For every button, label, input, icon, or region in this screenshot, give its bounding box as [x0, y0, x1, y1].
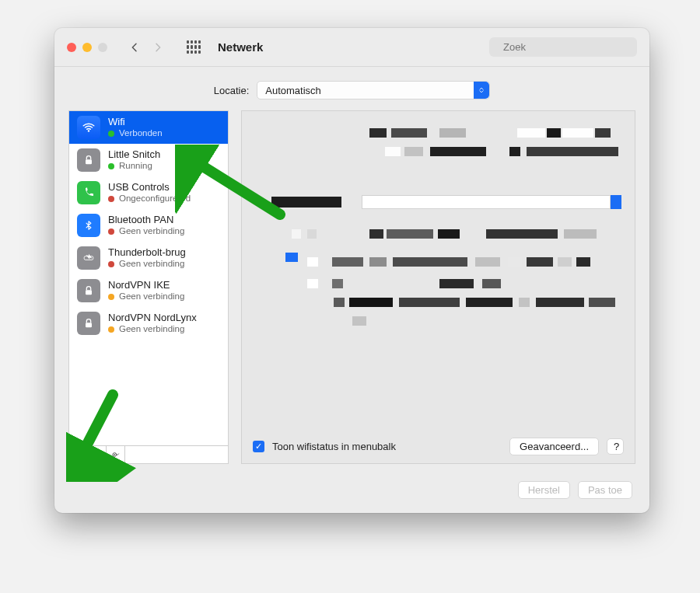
status-dot-icon: [108, 131, 114, 137]
svg-point-7: [114, 454, 115, 455]
service-item[interactable]: Thunderbolt-brugGeen verbinding: [69, 242, 228, 274]
status-dot-icon: [108, 228, 114, 235]
show-all-button[interactable]: [182, 36, 205, 59]
location-row: Locatie: Automatisch: [54, 67, 649, 110]
chevron-right-icon: [152, 41, 164, 54]
service-status: Geen verbinding: [108, 259, 186, 270]
service-name: NordVPN NordLynx: [108, 312, 197, 324]
body: WifiVerbondenLittle SnitchRunningUSB Con…: [54, 110, 649, 472]
search-field[interactable]: [489, 37, 637, 57]
back-button[interactable]: [123, 36, 146, 59]
grid-icon: [187, 40, 201, 54]
help-button[interactable]: ?: [607, 438, 624, 455]
service-item[interactable]: WifiVerbonden: [69, 111, 228, 144]
location-select[interactable]: Automatisch: [257, 81, 490, 99]
service-name: Bluetooth PAN: [108, 214, 184, 226]
close-window-button[interactable]: [67, 43, 76, 52]
lock-icon: [77, 148, 100, 172]
service-status: Geen verbinding: [108, 226, 184, 237]
service-item[interactable]: NordVPN NordLynxGeen verbinding: [69, 307, 228, 340]
traffic-lights: [67, 43, 107, 52]
service-name: NordVPN IKE: [108, 279, 184, 291]
window-title: Netwerk: [218, 40, 263, 54]
service-item[interactable]: Little SnitchRunning: [69, 144, 228, 176]
chevron-updown-icon: [474, 82, 489, 99]
wifi-icon: [77, 116, 100, 139]
details-footer: ✓ Toon wifistatus in menubalk Geavanceer…: [253, 438, 624, 455]
service-status: Geen verbinding: [108, 324, 197, 335]
service-name: Wifi: [108, 116, 163, 128]
service-item[interactable]: USB ControlsOngeconfigureerd: [69, 176, 228, 209]
thunderbolt-icon: [77, 246, 100, 270]
status-dot-icon: [108, 326, 114, 333]
service-list: WifiVerbondenLittle SnitchRunningUSB Con…: [68, 110, 229, 445]
preferences-window: Netwerk Locatie: Automatisch WifiVerbond…: [54, 28, 649, 513]
advanced-button[interactable]: Geavanceerd...: [509, 438, 599, 455]
location-value: Automatisch: [265, 85, 321, 96]
maximize-window-button[interactable]: [98, 43, 107, 52]
window-footer: Herstel Pas toe: [54, 472, 649, 513]
lock-icon: [77, 312, 100, 335]
revert-button[interactable]: Herstel: [518, 481, 570, 499]
gear-dropdown-icon: [110, 449, 121, 460]
status-dot-icon: [108, 261, 114, 267]
service-item[interactable]: NordVPN IKEGeen verbinding: [69, 274, 228, 307]
details-pane: ✓ Toon wifistatus in menubalk Geavanceer…: [241, 110, 635, 464]
svg-point-1: [88, 130, 89, 131]
bluetooth-icon: [77, 214, 100, 237]
status-dot-icon: [108, 163, 114, 169]
apply-button[interactable]: Pas toe: [578, 481, 632, 499]
add-service-button[interactable]: ＋: [69, 446, 88, 463]
lock-icon: [77, 279, 100, 302]
service-name: Little Snitch: [108, 148, 160, 161]
remove-service-button[interactable]: −: [88, 446, 107, 463]
chevron-left-icon: [128, 41, 141, 54]
service-item[interactable]: Bluetooth PANGeen verbinding: [69, 209, 228, 242]
nav-buttons: [123, 36, 170, 59]
service-actions-button[interactable]: [107, 446, 125, 463]
svg-rect-4: [86, 290, 92, 295]
status-dot-icon: [108, 196, 114, 202]
sidebar: WifiVerbondenLittle SnitchRunningUSB Con…: [68, 110, 229, 464]
phone-icon: [77, 181, 100, 204]
show-wifi-status-label: Toon wifistatus in menubalk: [272, 441, 396, 452]
location-label: Locatie:: [214, 85, 250, 96]
service-status: Verbonden: [108, 128, 163, 139]
service-name: USB Controls: [108, 181, 191, 194]
show-wifi-status-checkbox[interactable]: ✓: [253, 441, 264, 452]
redacted-details: [253, 122, 624, 438]
service-status: Ongeconfigureerd: [108, 194, 191, 204]
svg-rect-2: [86, 159, 92, 164]
status-dot-icon: [108, 294, 114, 300]
service-name: Thunderbolt-brug: [108, 246, 186, 259]
minimize-window-button[interactable]: [82, 43, 92, 52]
svg-rect-5: [86, 323, 92, 327]
service-status: Running: [108, 161, 160, 172]
search-input[interactable]: [502, 40, 635, 54]
sidebar-toolbar: ＋ −: [68, 445, 229, 464]
titlebar: Netwerk: [54, 28, 649, 67]
service-status: Geen verbinding: [108, 291, 184, 302]
forward-button[interactable]: [146, 36, 170, 59]
